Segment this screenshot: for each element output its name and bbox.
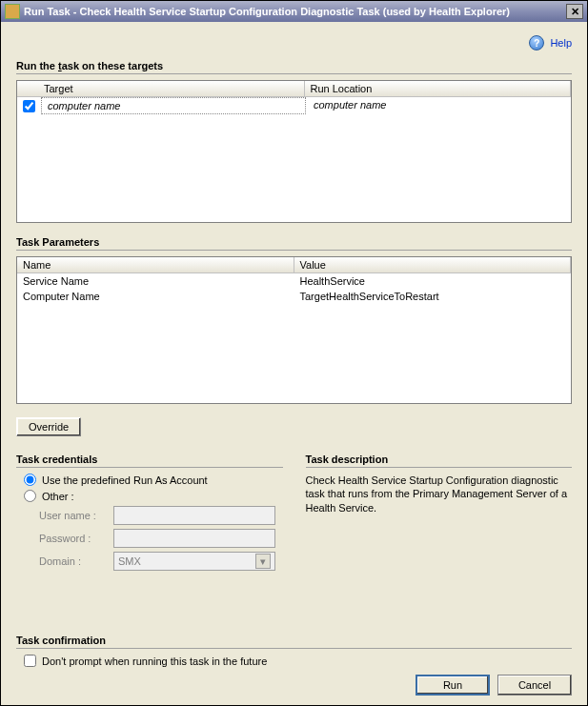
chevron-down-icon: ▾: [255, 554, 271, 569]
table-row[interactable]: computer name computer name: [17, 97, 571, 114]
dont-prompt-checkbox[interactable]: [24, 655, 36, 667]
target-name-cell: computer name: [41, 97, 306, 114]
target-location-cell: computer name: [308, 97, 571, 114]
credentials-section-label: Task credentials: [16, 454, 283, 468]
targets-table: Target Run Location computer name comput…: [16, 80, 572, 223]
param-name-cell: Service Name: [17, 273, 294, 289]
params-col-name[interactable]: Name: [17, 257, 294, 272]
param-name-cell: Computer Name: [17, 289, 294, 304]
close-button[interactable]: ✕: [566, 4, 583, 19]
table-row[interactable]: Service Name HealthService: [17, 273, 571, 289]
window-title: Run Task - Check Health Service Startup …: [24, 6, 566, 17]
domain-select: SMX ▾: [113, 552, 275, 571]
username-field: [113, 506, 275, 525]
description-text: Check Health Service Startup Configurati…: [306, 474, 573, 514]
other-radio[interactable]: [24, 490, 36, 502]
domain-value: SMX: [118, 555, 141, 567]
confirmation-section-label: Task confirmation: [16, 635, 572, 649]
domain-label: Domain :: [39, 555, 108, 567]
description-section-label: Task description: [306, 454, 573, 468]
param-value-cell: TargetHealthServiceToRestart: [294, 289, 572, 304]
title-bar: Run Task - Check Health Service Startup …: [1, 1, 587, 22]
password-label: Password :: [39, 533, 108, 544]
password-field: [113, 529, 275, 548]
targets-col-location[interactable]: Run Location: [305, 81, 572, 96]
cancel-button[interactable]: Cancel: [497, 675, 572, 696]
help-link[interactable]: Help: [550, 37, 572, 49]
run-button[interactable]: Run: [416, 675, 490, 696]
param-value-cell: HealthService: [294, 273, 572, 289]
help-icon[interactable]: ?: [529, 35, 544, 50]
dont-prompt-label: Don't prompt when running this task in t…: [42, 656, 267, 667]
predefined-label: Use the predefined Run As Account: [42, 474, 208, 486]
params-section-label: Task Parameters: [16, 236, 572, 251]
table-row[interactable]: Computer Name TargetHealthServiceToResta…: [17, 289, 571, 304]
target-checkbox[interactable]: [23, 100, 35, 112]
params-col-value[interactable]: Value: [294, 257, 572, 272]
params-table: Name Value Service Name HealthService Co…: [16, 256, 572, 404]
username-label: User name :: [39, 510, 108, 521]
targets-col-target[interactable]: Target: [38, 81, 305, 96]
other-label: Other :: [42, 491, 74, 502]
targets-section-label: Run the task on these targets: [16, 60, 572, 74]
predefined-radio[interactable]: [24, 474, 36, 486]
override-button[interactable]: Override: [16, 417, 81, 436]
app-icon: [5, 4, 20, 19]
